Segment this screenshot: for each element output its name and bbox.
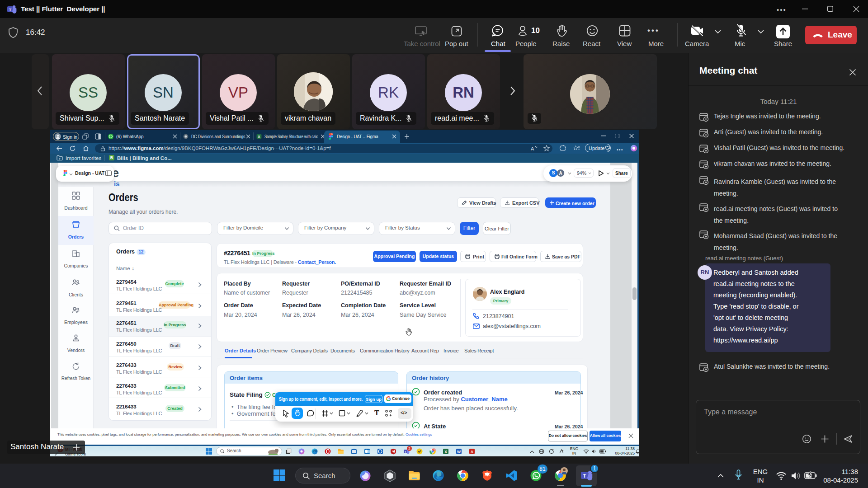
svg-text:W: W [457,449,461,454]
svg-text:A: A [471,450,473,454]
svg-text:T: T [583,473,586,479]
svg-text:X: X [258,135,260,139]
svg-text:T: T [9,7,12,12]
svg-text:X: X [444,449,447,454]
svg-text:A: A [531,146,534,151]
